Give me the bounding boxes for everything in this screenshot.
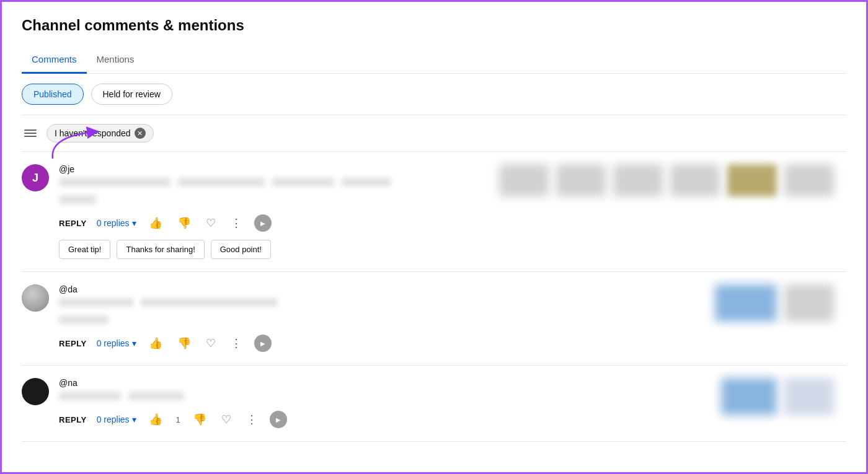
thumbs-up-button[interactable]: 👍 bbox=[146, 214, 165, 232]
thumbs-up-button[interactable]: 👍 bbox=[146, 334, 165, 353]
comment-content: @je REPLY 0 replies ▾ bbox=[59, 164, 489, 259]
chip-label: I haven't responded bbox=[55, 128, 131, 138]
thumbnail-4 bbox=[670, 164, 720, 196]
comments-list: J @je REPLY 0 replies ▾ bbox=[22, 152, 846, 442]
active-filter-row: I haven't responded ✕ bbox=[22, 115, 846, 152]
comment-text-blurred-2 bbox=[59, 195, 489, 208]
chip-close-button[interactable]: ✕ bbox=[135, 128, 146, 139]
comment-username: @da bbox=[59, 284, 705, 294]
reply-button[interactable]: REPLY bbox=[59, 339, 87, 348]
play-icon: ▶ bbox=[260, 220, 265, 227]
creator-icon: ▶ bbox=[270, 411, 287, 428]
reply-button[interactable]: REPLY bbox=[59, 219, 87, 228]
replies-count: 0 replies bbox=[97, 338, 130, 348]
thumbs-up-button[interactable]: 👍 bbox=[146, 410, 165, 429]
published-filter-button[interactable]: Published bbox=[22, 84, 84, 105]
avatar: J bbox=[22, 164, 49, 191]
thumbnail-2 bbox=[784, 378, 834, 415]
like-count: 1 bbox=[176, 415, 180, 424]
more-vert-icon: ⋮ bbox=[246, 413, 257, 426]
blurred-text-2 bbox=[178, 178, 265, 187]
more-vert-icon: ⋮ bbox=[231, 216, 242, 230]
comment-actions: REPLY 0 replies ▾ 👍 👎 ♡ ⋮ bbox=[59, 334, 705, 353]
comment-text-blurred bbox=[59, 392, 711, 404]
avatar bbox=[22, 378, 49, 405]
tab-comments[interactable]: Comments bbox=[22, 46, 87, 74]
tab-mentions[interactable]: Mentions bbox=[87, 46, 144, 74]
thumbs-up-icon: 👍 bbox=[149, 216, 162, 230]
thumbs-down-button[interactable]: 👎 bbox=[175, 214, 193, 232]
heart-icon: ♡ bbox=[206, 216, 216, 230]
thumbs-down-button[interactable]: 👎 bbox=[190, 410, 209, 429]
filter-line-3 bbox=[24, 136, 37, 137]
blurred-text-1 bbox=[59, 178, 170, 187]
replies-count: 0 replies bbox=[97, 415, 130, 424]
comment-username: @na bbox=[59, 378, 711, 388]
heart-button[interactable]: ♡ bbox=[219, 410, 234, 429]
play-icon: ▶ bbox=[276, 416, 281, 423]
comment-text-blurred bbox=[59, 178, 489, 190]
blurred-text-2 bbox=[128, 392, 184, 400]
thumbs-up-icon: 👍 bbox=[149, 336, 162, 350]
thumbs-down-button[interactable]: 👎 bbox=[175, 334, 193, 353]
heart-button[interactable]: ♡ bbox=[203, 334, 218, 353]
heart-button[interactable]: ♡ bbox=[203, 214, 218, 232]
comment-thumbnails bbox=[721, 378, 846, 415]
heart-icon: ♡ bbox=[221, 413, 231, 426]
comment-content: @na REPLY 0 replies ▾ 👍 1 � bbox=[59, 378, 711, 429]
creator-icon: ▶ bbox=[254, 214, 272, 232]
blurred-text-1 bbox=[59, 298, 133, 307]
thumbnail-2 bbox=[556, 164, 606, 196]
chevron-down-icon: ▾ bbox=[132, 338, 136, 348]
comment-username: @je bbox=[59, 164, 489, 174]
reply-button[interactable]: REPLY bbox=[59, 415, 87, 424]
thumbnail-3 bbox=[613, 164, 663, 196]
filter-line-1 bbox=[24, 129, 37, 131]
replies-button[interactable]: 0 replies ▾ bbox=[97, 338, 136, 348]
blurred-text-4 bbox=[342, 178, 391, 187]
thumbs-down-icon: 👎 bbox=[177, 336, 191, 350]
blurred-text-5 bbox=[59, 195, 96, 204]
more-options-button[interactable]: ⋮ bbox=[244, 410, 260, 429]
chevron-down-icon: ▾ bbox=[132, 415, 136, 424]
havent-responded-chip: I haven't responded ✕ bbox=[46, 124, 154, 143]
comment-text-blurred-2 bbox=[59, 315, 705, 328]
more-options-button[interactable]: ⋮ bbox=[228, 214, 244, 232]
thumbs-down-icon: 👎 bbox=[177, 216, 191, 230]
filter-icon[interactable] bbox=[22, 127, 39, 139]
filter-buttons-row: Published Held for review bbox=[22, 74, 846, 115]
comment-row: @da REPLY 0 replies ▾ 👍 bbox=[22, 272, 846, 366]
quick-reply-great-tip[interactable]: Great tip! bbox=[59, 240, 110, 259]
blurred-text-1 bbox=[59, 392, 121, 400]
quick-replies: Great tip! Thanks for sharing! Good poin… bbox=[59, 240, 489, 259]
quick-reply-good-point[interactable]: Good point! bbox=[211, 240, 271, 259]
more-options-button[interactable]: ⋮ bbox=[228, 334, 244, 353]
blurred-text-3 bbox=[59, 315, 108, 324]
replies-button[interactable]: 0 replies ▾ bbox=[97, 218, 136, 228]
blurred-text-2 bbox=[141, 298, 277, 307]
thumbnail-2 bbox=[784, 284, 834, 322]
chevron-down-icon: ▾ bbox=[132, 218, 136, 228]
comment-actions: REPLY 0 replies ▾ 👍 1 👎 ♡ bbox=[59, 410, 711, 429]
blurred-text-3 bbox=[272, 178, 334, 187]
filter-line-2 bbox=[24, 133, 37, 134]
replies-count: 0 replies bbox=[97, 218, 130, 228]
thumbnail-1 bbox=[499, 164, 549, 196]
thumbnail-6 bbox=[784, 164, 834, 196]
comment-text-blurred bbox=[59, 298, 705, 310]
thumbnail-5 bbox=[727, 164, 777, 196]
page-title: Channel comments & mentions bbox=[22, 17, 846, 34]
play-icon: ▶ bbox=[260, 340, 265, 347]
comment-thumbnails bbox=[715, 284, 846, 322]
quick-reply-thanks[interactable]: Thanks for sharing! bbox=[117, 240, 204, 259]
thumbs-up-icon: 👍 bbox=[149, 413, 162, 426]
comment-content: @da REPLY 0 replies ▾ 👍 bbox=[59, 284, 705, 353]
thumbnail-1 bbox=[715, 284, 777, 322]
thumbnail-1 bbox=[721, 378, 777, 415]
more-vert-icon: ⋮ bbox=[231, 336, 242, 350]
comment-row: J @je REPLY 0 replies ▾ bbox=[22, 152, 846, 272]
held-for-review-filter-button[interactable]: Held for review bbox=[91, 84, 172, 105]
thumbs-down-icon: 👎 bbox=[193, 413, 206, 426]
heart-icon: ♡ bbox=[206, 336, 216, 350]
replies-button[interactable]: 0 replies ▾ bbox=[97, 415, 136, 424]
